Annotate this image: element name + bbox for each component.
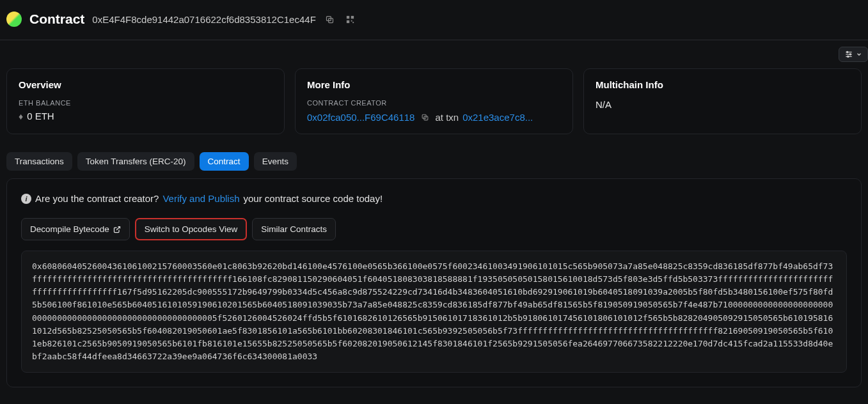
qr-icon[interactable] <box>344 13 357 26</box>
chevron-down-icon <box>856 51 862 58</box>
moreinfo-card: More Info CONTRACT CREATOR 0x02fca050...… <box>295 68 573 134</box>
multichain-card: Multichain Info N/A <box>583 68 862 134</box>
svg-rect-4 <box>347 20 349 22</box>
txn-hash-link[interactable]: 0x21e3ace7c8... <box>462 112 533 123</box>
opcodes-button[interactable]: Switch to Opcodes View <box>135 218 247 240</box>
contract-avatar <box>6 12 22 27</box>
verify-suffix: your contract source code today! <box>244 193 383 204</box>
balance-label: ETH BALANCE <box>19 99 272 107</box>
decompile-label: Decompile Bytecode <box>30 224 109 234</box>
multichain-value: N/A <box>596 99 849 110</box>
overview-card: Overview ETH BALANCE ♦ 0 ETH <box>6 68 285 134</box>
svg-point-11 <box>849 54 851 55</box>
svg-point-10 <box>847 51 848 52</box>
svg-rect-2 <box>347 15 349 18</box>
copy-icon[interactable] <box>324 13 336 26</box>
contract-address: 0xE4F4F8cde91442a0716622cf6d8353812C1ec4… <box>92 14 315 25</box>
contract-panel: i Are you the contract creator? Verify a… <box>6 178 862 387</box>
overview-title: Overview <box>19 79 272 90</box>
info-icon: i <box>21 194 31 204</box>
eth-icon: ♦ <box>19 111 23 121</box>
verify-prefix: Are you the contract creator? <box>35 193 159 204</box>
svg-rect-3 <box>351 15 354 18</box>
tab-events[interactable]: Events <box>254 152 297 171</box>
moreinfo-title: More Info <box>307 79 561 90</box>
bytecode-display[interactable]: 0x6080604052600436106100215760003560e01c… <box>21 251 847 373</box>
creator-address-link[interactable]: 0x02fca050...F69C46118 <box>307 112 414 123</box>
svg-rect-5 <box>351 20 352 21</box>
multichain-title: Multichain Info <box>596 79 849 90</box>
at-txn-text: at txn <box>435 112 459 123</box>
svg-line-15 <box>116 226 120 230</box>
decompile-button[interactable]: Decompile Bytecode <box>21 218 130 240</box>
external-link-icon <box>113 226 121 233</box>
svg-point-12 <box>848 56 849 57</box>
page-title: Contract <box>29 12 84 27</box>
similar-contracts-button[interactable]: Similar Contracts <box>252 218 336 240</box>
verify-publish-link[interactable]: Verify and Publish <box>162 193 239 204</box>
tab-contract[interactable]: Contract <box>200 152 249 171</box>
copy-creator-icon[interactable] <box>418 111 431 123</box>
svg-rect-6 <box>353 22 354 23</box>
filter-button[interactable] <box>839 47 868 62</box>
balance-value: 0 ETH <box>27 111 54 121</box>
tab-token-transfers[interactable]: Token Transfers (ERC-20) <box>77 152 194 171</box>
creator-label: CONTRACT CREATOR <box>307 99 561 107</box>
tab-transactions[interactable]: Transactions <box>6 152 72 171</box>
